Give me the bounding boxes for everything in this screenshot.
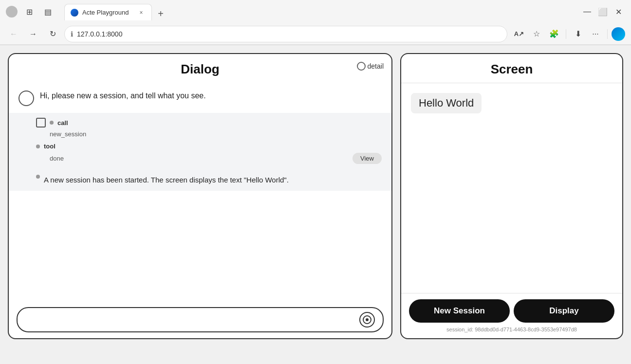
assistant-message-block: call new_session tool done View (9, 113, 391, 191)
hello-world-display: Hello World (411, 93, 482, 113)
download-button[interactable]: ⬇ (570, 26, 586, 42)
separator2 (607, 29, 608, 39)
dialog-input-area (9, 301, 391, 338)
screen-title: Screen (491, 62, 533, 76)
send-button[interactable] (359, 312, 375, 328)
response-dot (36, 175, 40, 179)
address-text: 127.0.0.1:8000 (77, 30, 501, 38)
tool-value: done (50, 155, 64, 162)
dialog-messages: Hi, please new a session, and tell what … (9, 81, 391, 301)
sidebar-button[interactable]: ▤ (41, 5, 55, 18)
user-avatar-icon (19, 91, 34, 106)
session-id-label: session_id: 98ddbd0d-d771-4463-8cd9-3553… (409, 327, 614, 332)
call-value: new_session (50, 130, 382, 138)
dialog-panel: Dialog detail Hi, please new a session, … (8, 53, 392, 339)
refresh-button[interactable]: ↻ (45, 26, 60, 42)
detail-circle-icon (357, 62, 366, 71)
user-message: Hi, please new a session, and tell what … (9, 85, 391, 111)
screen-buttons: New Session Display (409, 299, 614, 323)
back-button[interactable]: ← (6, 26, 21, 42)
more-button[interactable]: ··· (588, 26, 603, 42)
assistant-text-block: A new session has been started. The scre… (36, 171, 382, 186)
new-tab-button[interactable]: + (154, 7, 167, 20)
send-dot-icon (366, 318, 369, 321)
read-aloud-button[interactable]: A↗ (511, 26, 527, 42)
favorites-button[interactable]: ☆ (529, 26, 544, 42)
info-icon: ℹ (71, 30, 73, 38)
close-button[interactable]: ✕ (612, 5, 625, 18)
title-bar: ⊞ ▤ Acte Playground × + — ⬜ ✕ (0, 0, 631, 23)
minimize-button[interactable]: — (580, 5, 594, 18)
tab-title: Acte Playground (82, 9, 133, 16)
browser-chrome: ⊞ ▤ Acte Playground × + — ⬜ ✕ ← → ↻ ℹ 12… (0, 0, 631, 45)
tool-label: tool (44, 143, 56, 150)
screen-content: Hello World (401, 83, 622, 293)
call-label: call (57, 119, 68, 127)
dialog-title: Dialog (181, 62, 219, 77)
user-message-text: Hi, please new a session, and tell what … (40, 90, 206, 100)
extensions-button[interactable]: 🧩 (546, 26, 562, 42)
assistant-text: A new session has been started. The scre… (44, 175, 289, 186)
profile-icon[interactable] (6, 6, 18, 18)
screen-footer: New Session Display session_id: 98ddbd0d… (401, 293, 622, 338)
call-dot (50, 121, 54, 125)
maximize-button[interactable]: ⬜ (596, 5, 610, 18)
edge-icon (612, 27, 625, 41)
address-bar[interactable]: ℹ 127.0.0.1:8000 (64, 26, 507, 42)
tool-header: tool (36, 143, 382, 150)
active-tab[interactable]: Acte Playground × (64, 4, 152, 20)
display-button[interactable]: Display (514, 299, 614, 323)
tab-close-button[interactable]: × (137, 8, 146, 17)
input-box (17, 307, 384, 332)
collections-button[interactable]: ⊞ (22, 5, 36, 18)
screen-panel: Screen Hello World New Session Display s… (400, 53, 623, 339)
message-input[interactable] (25, 316, 355, 324)
tool-call-block: call new_session tool done View (36, 118, 382, 186)
forward-button[interactable]: → (25, 26, 41, 42)
tool-value-row: done View (50, 153, 382, 164)
nav-bar: ← → ↻ ℹ 127.0.0.1:8000 A↗ ☆ 🧩 ⬇ ··· (0, 23, 631, 45)
separator (566, 29, 566, 39)
dialog-header: Dialog detail (9, 54, 391, 81)
square-icon (36, 118, 46, 127)
tabs-bar: Acte Playground × + (58, 3, 576, 20)
nav-right-controls: A↗ ☆ 🧩 ⬇ ··· (511, 26, 625, 42)
call-header: call (36, 118, 382, 127)
view-button[interactable]: View (353, 153, 382, 164)
new-session-button[interactable]: New Session (409, 299, 510, 323)
page-content: Dialog detail Hi, please new a session, … (0, 45, 631, 347)
tab-favicon (71, 9, 78, 17)
window-controls: — ⬜ ✕ (580, 5, 625, 18)
send-icon (363, 315, 371, 324)
screen-header: Screen (401, 54, 622, 83)
detail-label: detail (368, 62, 384, 70)
detail-button[interactable]: detail (357, 62, 384, 71)
title-bar-left: ⊞ ▤ (6, 5, 55, 18)
tool-dot (36, 145, 40, 148)
